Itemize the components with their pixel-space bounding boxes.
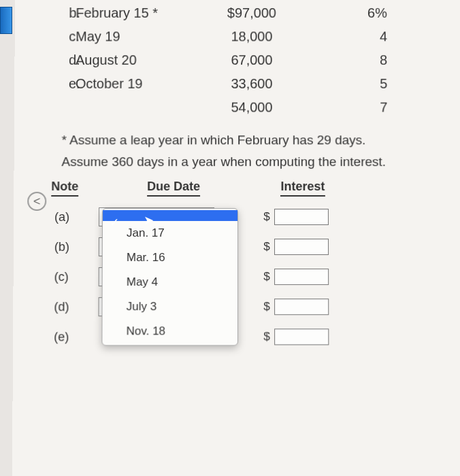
option-label: Nov. 18: [127, 324, 166, 337]
dollar-sign: $: [263, 330, 270, 343]
row-amount: 54,000: [191, 100, 312, 116]
note-label: (e): [50, 330, 98, 344]
note-label: (b): [51, 240, 99, 254]
note-label: (c): [51, 270, 99, 284]
nav-back-button[interactable]: <: [27, 192, 46, 211]
header-duedate: Due Date: [147, 180, 200, 197]
problem-data-table: b. February 15 * $97,000 6% c. May 19 18…: [35, 1, 453, 119]
dollar-sign: $: [263, 270, 269, 284]
row-amount: 67,000: [191, 52, 312, 68]
row-letter: c.: [35, 29, 69, 45]
days-assumption: Assume 360 days in a year when computing…: [61, 154, 453, 169]
answer-section: < Note Due Date Interest (a) ▾ $ (b) ▾: [50, 180, 454, 352]
header-note: Note: [51, 180, 78, 197]
table-row: c. May 19 18,000 4: [35, 25, 452, 49]
left-blue-bar: [0, 7, 12, 34]
row-percent: 4: [312, 29, 393, 45]
row-date: August 20: [69, 52, 191, 68]
option-label: July 3: [127, 300, 157, 313]
header-interest: Interest: [280, 180, 325, 197]
page-content: b. February 15 * $97,000 6% c. May 19 18…: [12, 0, 460, 476]
row-letter: d.: [35, 52, 69, 68]
option-label: Jan. 17: [127, 226, 165, 239]
chevron-left-icon: <: [33, 194, 41, 209]
dropdown-option[interactable]: May 4: [103, 270, 237, 294]
interest-input-c[interactable]: [274, 269, 329, 285]
note-label: (a): [51, 210, 99, 224]
dropdown-option[interactable]: Mar. 16: [103, 245, 237, 270]
dropdown-option[interactable]: July 3: [103, 294, 237, 319]
dollar-sign: $: [263, 300, 269, 313]
option-label: May 4: [127, 275, 158, 288]
note-label: (d): [50, 300, 98, 314]
dollar-sign: $: [263, 210, 269, 224]
duedate-dropdown-menu: ✓ ➤ Jan. 17 Mar. 16 May 4 July 3 Nov. 18: [101, 208, 238, 345]
interest-input-a[interactable]: [274, 209, 329, 225]
row-amount: 18,000: [191, 29, 312, 45]
table-row: e. October 19 33,600 5: [35, 72, 453, 96]
table-row: d. August 20 67,000 8: [35, 48, 452, 72]
row-letter: b.: [35, 5, 69, 21]
table-row: b. February 15 * $97,000 6%: [35, 1, 453, 25]
dropdown-option-blank[interactable]: ✓ ➤: [103, 210, 237, 221]
row-amount: 33,600: [191, 76, 312, 92]
table-row: 54,000 7: [35, 96, 453, 120]
row-percent: 6%: [312, 5, 393, 21]
row-date: February 15 *: [69, 5, 191, 21]
interest-input-b[interactable]: [274, 239, 329, 255]
row-amount: $97,000: [191, 5, 312, 21]
row-date: October 19: [69, 76, 191, 92]
row-percent: 7: [313, 100, 395, 116]
answer-header-row: Note Due Date Interest: [51, 180, 453, 202]
row-letter: e.: [35, 76, 69, 92]
row-date: May 19: [69, 29, 191, 45]
dropdown-option[interactable]: Nov. 18: [102, 319, 237, 343]
option-label: Mar. 16: [127, 251, 165, 264]
dropdown-option[interactable]: Jan. 17: [103, 221, 237, 245]
dollar-sign: $: [263, 240, 269, 254]
row-percent: 5: [313, 76, 395, 92]
interest-input-e[interactable]: [274, 328, 329, 345]
row-percent: 8: [313, 52, 395, 68]
interest-input-d[interactable]: [274, 299, 329, 315]
leap-year-footnote: * Assume a leap year in which February h…: [62, 133, 453, 148]
